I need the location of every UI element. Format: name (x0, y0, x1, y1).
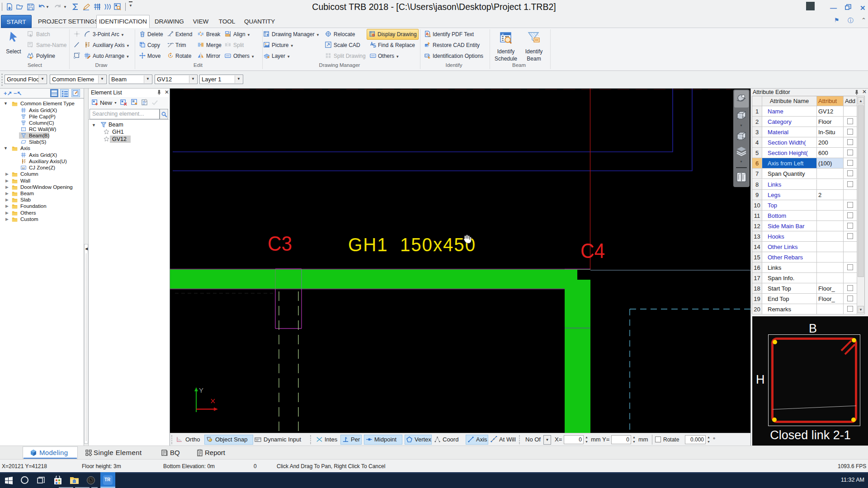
svg-text:Y: Y (199, 386, 203, 394)
